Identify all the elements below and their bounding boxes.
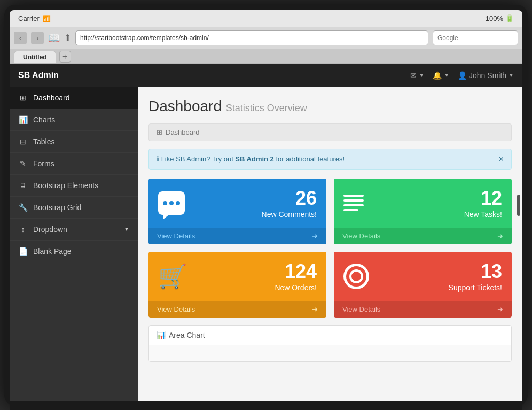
comments-footer-arrow: ➜ bbox=[312, 232, 318, 240]
sidebar-item-label-charts: Charts bbox=[33, 115, 55, 124]
carrier-label: Carrier bbox=[18, 14, 40, 22]
tickets-card-footer[interactable]: View Details ➜ bbox=[334, 301, 512, 318]
sidebar-item-bootstrap-elements[interactable]: 🖥 Bootstrap Elements bbox=[10, 175, 138, 197]
forms-icon: ✎ bbox=[18, 159, 28, 168]
battery-icon: 🔋 bbox=[505, 14, 514, 22]
chat-dot-2 bbox=[169, 201, 174, 205]
device-frame: Carrier 📶 100% 🔋 ‹ › 📖 ⬆ Untitled + SB A… bbox=[4, 5, 528, 406]
comments-card-top: 26 New Comments! bbox=[148, 179, 326, 228]
support-icon bbox=[343, 264, 369, 289]
tasks-card: 12 New Tasks! View Details ➜ bbox=[334, 179, 512, 244]
tickets-label: Support Tickets! bbox=[449, 283, 502, 292]
sidebar-item-blank-page[interactable]: 📄 Blank Page bbox=[10, 241, 138, 262]
url-bar[interactable] bbox=[75, 30, 428, 45]
blank-page-icon: 📄 bbox=[18, 247, 28, 256]
orders-card-top: 🛒 124 New Orders! bbox=[148, 252, 326, 301]
sidebar-item-dropdown[interactable]: ↕ Dropdown ▼ bbox=[10, 219, 138, 241]
comments-value-wrap: 26 New Comments! bbox=[262, 187, 317, 219]
chart-header: 📊 Area Chart bbox=[149, 326, 511, 345]
browser-toolbar: ‹ › 📖 ⬆ bbox=[10, 27, 522, 49]
sidebar-item-label-dashboard: Dashboard bbox=[33, 94, 70, 102]
user-menu-button[interactable]: 👤 John Smith ▼ bbox=[458, 71, 514, 80]
tickets-value: 13 bbox=[449, 260, 502, 283]
support-icon-container bbox=[343, 264, 369, 289]
top-nav-right: ✉ ▼ 🔔 ▼ 👤 John Smith ▼ bbox=[410, 71, 514, 80]
search-bar[interactable] bbox=[433, 30, 518, 45]
orders-label: New Orders! bbox=[275, 283, 317, 292]
dropdown-icon: ↕ bbox=[18, 225, 28, 234]
tasks-line-4 bbox=[343, 209, 358, 211]
alert-text-after: for additional features! bbox=[276, 155, 345, 163]
tickets-footer-text: View Details bbox=[342, 305, 380, 313]
orders-value: 124 bbox=[275, 260, 317, 283]
tables-icon: ⊟ bbox=[18, 137, 28, 146]
bell-caret: ▼ bbox=[444, 72, 449, 78]
breadcrumb-icon: ⊞ bbox=[157, 128, 162, 136]
mail-icon: ✉ bbox=[410, 71, 417, 80]
cart-icon: 🛒 bbox=[158, 262, 187, 290]
sidebar-item-dashboard[interactable]: ⊞ Dashboard bbox=[10, 87, 138, 109]
tasks-footer-text: View Details bbox=[342, 232, 380, 240]
orders-footer-arrow: ➜ bbox=[312, 305, 318, 313]
main-layout: ⊞ Dashboard 📊 Charts ⊟ Tables ✎ Forms 🖥 bbox=[10, 87, 522, 401]
dashboard-icon: ⊞ bbox=[18, 94, 28, 102]
bootstrap-elements-icon: 🖥 bbox=[18, 181, 28, 190]
alert-text-before: Like SB Admin? Try out bbox=[161, 155, 236, 163]
sidebar-item-label-bootstrap-grid: Bootstrap Grid bbox=[33, 203, 81, 212]
tasks-card-footer[interactable]: View Details ➜ bbox=[334, 228, 512, 244]
chat-icon bbox=[158, 191, 185, 215]
tasks-line-1 bbox=[343, 195, 364, 197]
charts-icon: 📊 bbox=[18, 115, 28, 124]
bootstrap-grid-icon: 🔧 bbox=[18, 203, 28, 212]
sidebar-item-charts[interactable]: 📊 Charts bbox=[10, 109, 138, 131]
scroll-indicator[interactable] bbox=[517, 195, 520, 216]
status-bar-right: 100% 🔋 bbox=[486, 14, 514, 22]
app-container: SB Admin ✉ ▼ 🔔 ▼ 👤 John Smith ▼ bbox=[10, 64, 522, 401]
chat-icon-container bbox=[158, 191, 185, 215]
sidebar-item-label-forms: Forms bbox=[33, 159, 54, 168]
alert-close-button[interactable]: × bbox=[499, 154, 504, 164]
back-button[interactable]: ‹ bbox=[14, 32, 27, 44]
tasks-card-top: 12 New Tasks! bbox=[334, 179, 512, 228]
tasks-value-wrap: 12 New Tasks! bbox=[464, 187, 502, 219]
orders-value-wrap: 124 New Orders! bbox=[275, 260, 317, 292]
comments-card-footer[interactable]: View Details ➜ bbox=[148, 228, 326, 244]
bookmarks-button[interactable]: 📖 bbox=[48, 32, 60, 44]
tickets-card: 13 Support Tickets! View Details ➜ bbox=[334, 252, 512, 318]
new-tab-button[interactable]: + bbox=[59, 51, 71, 63]
sidebar: ⊞ Dashboard 📊 Charts ⊟ Tables ✎ Forms 🖥 bbox=[10, 87, 138, 401]
mail-caret: ▼ bbox=[419, 72, 424, 78]
orders-footer-text: View Details bbox=[157, 305, 195, 313]
browser-chrome: ‹ › 📖 ⬆ Untitled + bbox=[10, 27, 522, 64]
forward-button[interactable]: › bbox=[31, 32, 44, 44]
comments-card: 26 New Comments! View Details ➜ bbox=[148, 179, 326, 244]
status-bar: Carrier 📶 100% 🔋 bbox=[10, 10, 522, 27]
user-icon: 👤 bbox=[458, 71, 467, 80]
bell-button[interactable]: 🔔 ▼ bbox=[433, 71, 449, 80]
tasks-label: New Tasks! bbox=[464, 210, 502, 219]
mail-button[interactable]: ✉ ▼ bbox=[410, 71, 424, 80]
chart-section: 📊 Area Chart bbox=[148, 325, 512, 362]
sidebar-item-bootstrap-grid[interactable]: 🔧 Bootstrap Grid bbox=[10, 197, 138, 219]
sidebar-item-label-blank-page: Blank Page bbox=[33, 247, 72, 256]
cards-row-1: 26 New Comments! View Details ➜ bbox=[148, 179, 512, 244]
user-caret: ▼ bbox=[508, 72, 514, 78]
user-name: John Smith bbox=[469, 71, 506, 80]
share-button[interactable]: ⬆ bbox=[64, 33, 71, 43]
tickets-card-top: 13 Support Tickets! bbox=[334, 252, 512, 301]
brand-label: SB Admin bbox=[18, 71, 59, 80]
bell-icon: 🔔 bbox=[433, 71, 442, 80]
breadcrumb-label: Dashboard bbox=[166, 128, 200, 136]
content-area: Dashboard Statistics Overview ⊞ Dashboar… bbox=[138, 87, 522, 401]
sidebar-item-tables[interactable]: ⊟ Tables bbox=[10, 131, 138, 153]
tasks-footer-arrow: ➜ bbox=[497, 232, 503, 240]
chat-dot-1 bbox=[163, 201, 167, 205]
page-subtitle: Statistics Overview bbox=[226, 103, 307, 113]
orders-card-footer[interactable]: View Details ➜ bbox=[148, 301, 326, 318]
alert-link[interactable]: SB Admin 2 bbox=[235, 155, 273, 163]
sidebar-item-label-dropdown: Dropdown bbox=[33, 225, 67, 234]
chart-icon: 📊 bbox=[157, 331, 166, 339]
dropdown-caret: ▼ bbox=[124, 226, 129, 232]
sidebar-item-forms[interactable]: ✎ Forms bbox=[10, 153, 138, 175]
browser-tab[interactable]: Untitled bbox=[14, 51, 56, 63]
